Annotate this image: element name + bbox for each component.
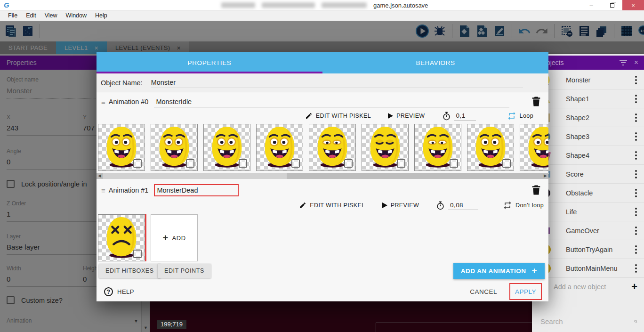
- play-preview-icon[interactable]: [415, 24, 429, 38]
- add-new-object-row[interactable]: Add a new object+: [532, 278, 644, 296]
- loop-toggle[interactable]: Loop: [507, 111, 533, 121]
- edit-points-button[interactable]: EDIT POINTS: [158, 264, 211, 278]
- time-between-frames-input[interactable]: 0,1: [454, 111, 476, 121]
- scroll-left-icon[interactable]: ◀: [98, 173, 101, 178]
- delete-animation-icon[interactable]: [531, 96, 542, 107]
- kebab-menu-icon[interactable]: [633, 264, 639, 273]
- grid-icon[interactable]: [620, 24, 634, 38]
- debug-icon[interactable]: [433, 24, 447, 38]
- kebab-menu-icon[interactable]: [633, 245, 639, 254]
- filter-icon[interactable]: [619, 59, 628, 66]
- apply-button[interactable]: APPLY: [515, 288, 536, 295]
- kebab-menu-icon[interactable]: [633, 189, 639, 197]
- object-list-item[interactable]: Shape1: [532, 89, 644, 108]
- frame-checkbox[interactable]: [239, 159, 247, 168]
- close-tab-icon[interactable]: ×: [177, 44, 180, 52]
- object-groups-icon[interactable]: [475, 24, 489, 38]
- tab-behaviors[interactable]: BEHAVIORS: [322, 52, 548, 73]
- menu-file[interactable]: File: [4, 11, 22, 20]
- object-name-input[interactable]: Monster: [151, 77, 523, 88]
- restore-button[interactable]: [602, 0, 622, 10]
- animation-frame[interactable]: [414, 124, 461, 171]
- animation-name-input[interactable]: MonsterIdle: [154, 97, 509, 107]
- frame-checkbox[interactable]: [133, 159, 142, 168]
- object-list-item[interactable]: ButtonMainMenu: [532, 259, 644, 278]
- custom-size-checkbox[interactable]: [7, 296, 15, 304]
- kebab-menu-icon[interactable]: [633, 208, 639, 216]
- add-frame-button[interactable]: + ADD: [151, 214, 198, 261]
- animation-frame[interactable]: [520, 124, 548, 171]
- undo-icon[interactable]: [517, 24, 531, 38]
- menu-edit[interactable]: Edit: [22, 11, 40, 20]
- frame-checkbox[interactable]: [397, 159, 405, 168]
- preview-button[interactable]: PREVIEW: [388, 113, 425, 119]
- frames-scrollbar[interactable]: ◀ ▶: [97, 173, 548, 179]
- animation-frame[interactable]: [309, 124, 356, 171]
- delete-animation-icon[interactable]: [531, 185, 542, 196]
- object-list-item[interactable]: ♥Life: [532, 202, 644, 221]
- kebab-menu-icon[interactable]: [633, 227, 639, 235]
- object-list-item[interactable]: Obstacle: [532, 184, 644, 202]
- kebab-menu-icon[interactable]: [633, 95, 639, 103]
- menu-help[interactable]: Help: [91, 11, 112, 20]
- x-field[interactable]: 243: [7, 124, 83, 132]
- menu-view[interactable]: View: [40, 11, 62, 20]
- width-field[interactable]: 0: [7, 275, 83, 283]
- drag-handle-icon[interactable]: ≡: [97, 98, 109, 106]
- close-button[interactable]: ×: [622, 0, 644, 10]
- project-manager-icon[interactable]: [4, 24, 18, 38]
- layers-icon[interactable]: [595, 24, 609, 38]
- help-button[interactable]: ? HELP: [104, 287, 134, 296]
- scroll-down-icon[interactable]: ▼: [144, 325, 148, 330]
- scene-properties-icon[interactable]: [492, 24, 507, 38]
- frame-checkbox[interactable]: [186, 159, 194, 168]
- animation-frame[interactable]: [467, 124, 514, 171]
- cancel-button[interactable]: CANCEL: [470, 288, 497, 295]
- frame-checkbox[interactable]: [291, 159, 300, 168]
- object-list-item[interactable]: Shape4: [532, 146, 644, 165]
- instances-list-icon[interactable]: [577, 24, 591, 38]
- add-animation-button[interactable]: ADD AN ANIMATION +: [453, 263, 545, 279]
- close-tab-icon[interactable]: ×: [94, 44, 98, 52]
- kebab-menu-icon[interactable]: [633, 76, 639, 84]
- animation-frame[interactable]: [151, 124, 198, 171]
- close-panel-icon[interactable]: ×: [634, 58, 638, 67]
- kebab-menu-icon[interactable]: [633, 113, 639, 122]
- menu-window[interactable]: Window: [62, 11, 91, 20]
- start-page-icon[interactable]: [21, 24, 35, 38]
- chevron-down-icon[interactable]: ▼: [134, 318, 138, 324]
- animation-frame[interactable]: [98, 124, 145, 171]
- minimize-button[interactable]: –: [581, 0, 602, 10]
- frame-checkbox[interactable]: [502, 159, 511, 168]
- object-list-item[interactable]: Shape2: [532, 108, 644, 127]
- kebab-menu-icon[interactable]: [633, 132, 639, 141]
- search-input[interactable]: [540, 317, 634, 325]
- frame-checkbox[interactable]: [344, 159, 353, 168]
- edit-hitboxes-button[interactable]: EDIT HITBOXES: [99, 264, 161, 278]
- object-list-item[interactable]: ButtonTryAgain: [532, 240, 644, 259]
- edit-with-piskel-button[interactable]: EDIT WITH PISKEL: [299, 202, 365, 209]
- object-list-item[interactable]: Monster: [532, 71, 644, 89]
- clear-selection-icon[interactable]: [560, 24, 574, 38]
- frame-checkbox[interactable]: [133, 250, 142, 258]
- scrollbar-thumb[interactable]: [103, 173, 287, 179]
- preview-button[interactable]: PREVIEW: [382, 202, 419, 209]
- object-list-item[interactable]: Score: [532, 165, 644, 184]
- objects-editor-icon[interactable]: [458, 24, 472, 38]
- kebab-menu-icon[interactable]: [633, 151, 639, 160]
- y-field[interactable]: 707: [83, 124, 95, 132]
- time-between-frames-input[interactable]: 0,08: [448, 201, 478, 210]
- kebab-menu-icon[interactable]: [633, 170, 639, 178]
- zoom-1-1-icon[interactable]: 1:1: [637, 24, 644, 38]
- animation-frame[interactable]: [256, 124, 303, 171]
- animation-frame[interactable]: [362, 124, 409, 171]
- object-list-item[interactable]: GameOver: [532, 221, 644, 240]
- animation-frame[interactable]: [203, 124, 250, 171]
- scroll-right-icon[interactable]: ▶: [544, 173, 547, 178]
- tab-properties[interactable]: PROPERTIES: [97, 52, 322, 73]
- lock-position-checkbox[interactable]: [7, 180, 15, 188]
- object-list-item[interactable]: Shape3: [532, 127, 644, 146]
- edit-with-piskel-button[interactable]: EDIT WITH PISKEL: [305, 112, 371, 120]
- animation-frame[interactable]: [98, 214, 145, 261]
- tab-start-page[interactable]: START PAGE: [0, 41, 56, 54]
